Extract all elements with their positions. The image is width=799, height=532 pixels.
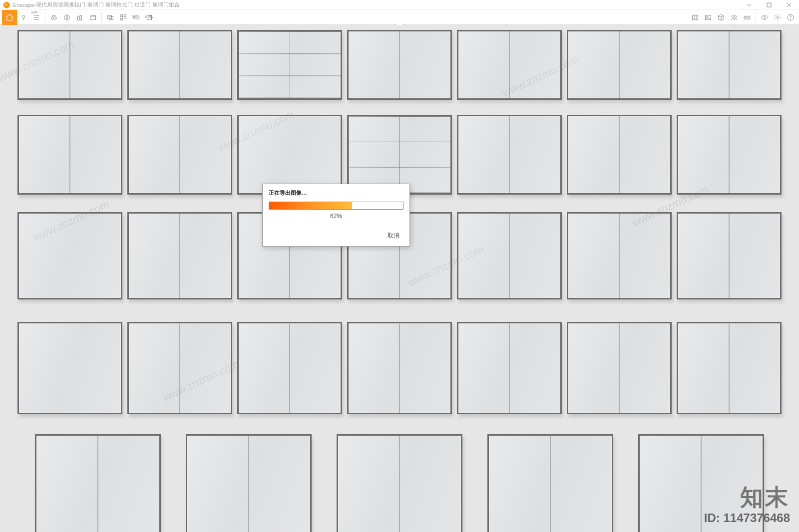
buildings-button[interactable] (73, 11, 86, 24)
toolbar-separator (756, 12, 756, 22)
progress-percent-text: 62% (269, 213, 403, 220)
label-360: 360° (132, 15, 139, 18)
map-unfold-button[interactable] (689, 11, 702, 24)
svg-point-24 (735, 15, 737, 17)
exe-export-button[interactable]: EXE (143, 11, 156, 24)
render-viewport[interactable]: www.znzmo.com www.znzmo.com www.znzmo.co… (0, 25, 799, 532)
door-row (0, 322, 799, 414)
svg-point-4 (22, 15, 24, 18)
window-titlebar: Enscape - 现代厨房玻璃推拉门 玻璃门 玻璃推拉门 过道门 玻璃门组合 (0, 0, 799, 10)
pin-button[interactable] (17, 11, 30, 24)
binoculars-button[interactable] (47, 11, 60, 24)
label-exe: EXE (145, 15, 152, 18)
progress-bar (269, 202, 403, 210)
main-toolbar: BIM 360° EXE (0, 10, 799, 25)
window-layers-button[interactable] (104, 11, 117, 24)
settings-gear-button[interactable] (771, 11, 784, 24)
svg-point-22 (707, 16, 708, 17)
enscape-logo-icon (3, 1, 10, 8)
export-progress-dialog: 正在导出图像… 62% 取消 (262, 184, 410, 247)
document-title: 现代厨房玻璃推拉门 玻璃门 玻璃推拉门 过道门 玻璃门组合 (36, 1, 179, 8)
door-row (0, 30, 799, 100)
compass-button[interactable] (60, 11, 73, 24)
svg-point-8 (51, 16, 54, 19)
dialog-actions: 取消 (269, 230, 403, 242)
door-row (0, 434, 799, 532)
home-button[interactable] (2, 10, 17, 25)
window-minimize-button[interactable] (739, 0, 759, 10)
svg-point-29 (777, 16, 779, 18)
image-gallery-button[interactable] (702, 11, 715, 24)
window-maximize-button[interactable] (759, 0, 779, 10)
svg-point-27 (748, 17, 749, 18)
svg-point-23 (732, 15, 734, 17)
svg-point-31 (790, 18, 791, 19)
svg-rect-16 (121, 14, 123, 16)
svg-rect-1 (767, 3, 771, 7)
dialog-title: 正在导出图像… (269, 189, 403, 197)
svg-point-26 (745, 17, 747, 18)
toolbar-group-left: BIM 360° EXE (2, 10, 156, 25)
svg-point-9 (54, 16, 56, 19)
svg-rect-15 (109, 16, 113, 20)
window-close-button[interactable] (779, 0, 799, 10)
panorama-360-button[interactable]: 360° (130, 11, 143, 24)
help-button[interactable] (784, 11, 797, 24)
qr-button[interactable] (117, 11, 130, 24)
door-row (0, 115, 799, 195)
cancel-button[interactable]: 取消 (384, 230, 403, 242)
svg-rect-11 (77, 16, 79, 20)
svg-rect-12 (80, 15, 81, 20)
svg-rect-17 (124, 14, 126, 16)
svg-rect-18 (121, 18, 123, 20)
toolbar-separator (45, 12, 45, 22)
svg-point-28 (764, 16, 766, 18)
progress-bar-fill (269, 202, 352, 209)
toolbar-group-right (689, 11, 797, 24)
visual-settings-eye-button[interactable] (758, 11, 771, 24)
clapperboard-button[interactable] (86, 11, 99, 24)
collaboration-button[interactable] (728, 11, 741, 24)
svg-rect-13 (90, 16, 96, 19)
asset-library-button[interactable] (715, 11, 728, 24)
bim-button[interactable]: BIM (30, 11, 43, 24)
app-name: Enscape (13, 2, 34, 8)
vr-headset-button[interactable] (741, 11, 754, 24)
toolbar-separator (101, 12, 102, 22)
svg-rect-14 (108, 15, 112, 19)
bim-label: BIM (31, 10, 37, 14)
